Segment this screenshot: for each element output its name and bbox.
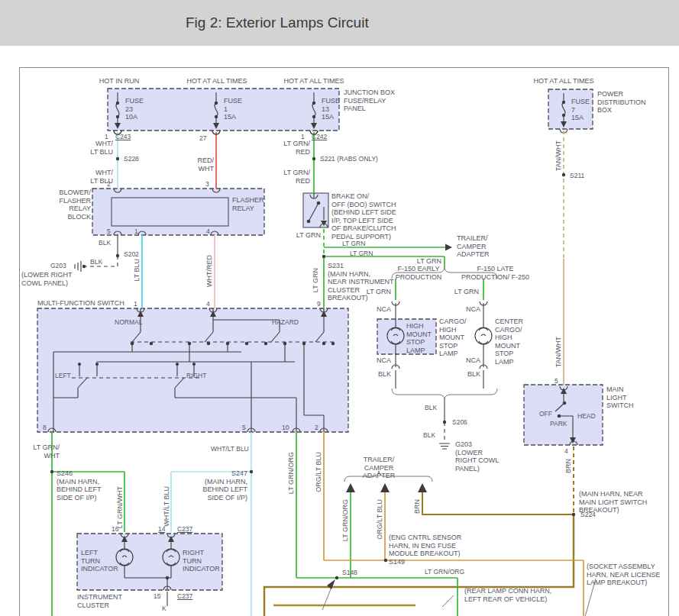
label-trailer-adapter-bottom: TRAILER/ CAMPER ADAPTER (360, 456, 398, 480)
label-hot-at-all-times-3: HOT AT ALL TIMES (533, 77, 594, 85)
label-hazard: HAZARD (272, 318, 299, 326)
pin-relay-4: 4 (206, 227, 210, 235)
label-s206: S206 (452, 418, 467, 426)
trailer-arrow-right (445, 244, 452, 251)
figure-title-bar: Fig 2: Exterior Lamps Circuit (0, 0, 679, 46)
pin-relay-2: 2 (107, 180, 111, 188)
multi-function-switch-box (37, 308, 348, 432)
label-left-turn-indicator: LEFT TURN INDICATOR (81, 549, 118, 573)
label-s202: S202 (124, 250, 139, 258)
label-hot-at-all-times-1: HOT AT ALL TIMES (186, 77, 247, 85)
label-blk-relay: BLK (99, 239, 111, 247)
label-tan-wht-top: TAN/WHT (555, 140, 562, 171)
label-wht-lt-blu-1: WHT/ LT BLU (75, 140, 113, 156)
label-normal: NORMAL (115, 318, 142, 326)
label-s231-block: S231 (MAIN HARN, NEAR INSTRUMENT CLUSTER… (328, 262, 394, 302)
label-org-lt-blu-v2: ORG/LT BLU (376, 499, 383, 540)
label-wht-red: WHT/RED (205, 255, 213, 287)
pin-cluster-15: 15 (154, 592, 160, 600)
label-lt-grn-org-v1: LT GRN/ORG (287, 452, 295, 494)
pin-mfs-8: 8 (43, 424, 47, 431)
label-s224: S224 (580, 511, 596, 518)
label-wht-lt-blu-vertical: WHT/LT BLU (163, 486, 170, 527)
label-high-mount-stop-lamp: HIGH MOUNT STOP LAMP (406, 322, 432, 354)
label-rear-lamp-note: (REAR LAMP CONN HARN, LEFT REAR OF VEHIC… (464, 587, 551, 603)
label-left: LEFT (55, 372, 71, 379)
flasher-relay-box (112, 198, 228, 226)
label-wht-lt-blu-single: WHT/LT BLU (211, 445, 249, 453)
pin-cluster-16: 16 (112, 525, 118, 533)
pointer-rear-lamp (442, 595, 454, 607)
wire-brn-trailer (422, 492, 572, 514)
label-lt-grn-red-2: LT GRN/ RED (272, 169, 310, 185)
brace-converge (392, 389, 497, 400)
label-nca-1: NCA (373, 305, 391, 314)
pin-mfs-10: 10 (282, 424, 289, 431)
label-g203-center: G203 (LOWER RIGHT COWL PANEL) (455, 440, 499, 472)
label-multi-function-switch: MULTI-FUNCTION SWITCH (37, 299, 124, 308)
connector-c237-bottom: C237 (177, 592, 192, 600)
pin-mfs-5: 5 (242, 424, 246, 431)
label-nca-2: NCA (462, 305, 480, 314)
label-tan-wht-mls: TAN/WHT (555, 337, 562, 367)
pin-mls-5: 5 (555, 377, 558, 385)
label-s149-block: (ENG CNTRL SENSOR HARN, IN ENG FUSE MODU… (389, 534, 461, 566)
center-high-mount-stop-lamp-symbol (475, 327, 492, 344)
label-brn-mls: BRN (564, 459, 572, 473)
pin-mfs-4: 4 (206, 300, 210, 308)
label-nca-4: NCA (462, 356, 480, 365)
label-org-lt-blu-v1: ORG/LT BLU (315, 452, 322, 492)
label-trailer-adapter-top: TRAILER/ CAMPER ADAPTER (457, 234, 490, 259)
label-power-distribution-box: POWER DISTRIBUTION BOX (597, 90, 646, 114)
label-head: HEAD (577, 412, 596, 420)
pin-relay-3: 3 (205, 180, 209, 188)
label-lt-grn-stop: LT GRN (350, 250, 373, 257)
label-blk-s206-bot: BLK (423, 431, 435, 439)
label-instrument-cluster: INSTRUMENT CLUSTER (77, 593, 122, 609)
label-hot-in-run: HOT IN RUN (92, 77, 146, 85)
label-lt-grn-org-v2: LT GRN/ORG (341, 499, 349, 541)
label-blower-flasher-relay-block: BLOWER/ FLASHER RELAY BLOCK (47, 189, 91, 221)
label-red-wht: RED/ WHT (176, 156, 214, 173)
pin-cluster-14: 14 (158, 525, 165, 533)
label-lt-grn-branch-l: LT GRN (356, 288, 391, 296)
label-s221: S221 (RABS ONLY) (320, 155, 378, 163)
label-junction-box: JUNCTION BOX FUSE/RELAY PANEL (344, 89, 395, 113)
label-flasher-relay: FLASHER RELAY (232, 196, 264, 212)
label-blk-s206-top: BLK (425, 404, 437, 411)
trailer-arrow-2 (380, 483, 390, 492)
label-boo-switch: BRAKE ON/ OFF (BOO) SWITCH (BEHIND LEFT … (331, 192, 396, 241)
trailer-arrow-3 (418, 483, 427, 492)
label-main-light-switch: MAIN LIGHT SWITCH (606, 385, 634, 410)
pin-27: 27 (199, 134, 206, 142)
label-off: OFF (539, 410, 552, 418)
lamp-bottom-connectors (392, 365, 487, 369)
pin-mfs-2: 2 (315, 424, 318, 431)
label-center-cargo-high-mount: CENTER CARGO/ HIGH MOUNT STOP LAMP (495, 318, 523, 366)
pin-relay-5: 5 (107, 227, 111, 235)
label-right: RIGHT (186, 372, 206, 379)
connector-c242: C242 (312, 133, 327, 140)
label-s246-block: S246 (MAIN HARN, BEHIND LEFT SIDE OF I/P… (57, 469, 102, 502)
label-lower-right-cowl: (LOWER RIGHT COWL PANEL) (21, 271, 73, 287)
label-right-turn-indicator: RIGHT TURN INDICATOR (183, 549, 220, 573)
trailer-arrow-1 (346, 483, 355, 492)
label-lt-grn-red-1: LT GRN/ RED (272, 140, 310, 156)
label-s148: S148 (342, 569, 357, 576)
label-f150-early: F-150 EARLY PRODUCTION (388, 265, 449, 281)
label-s228: S228 (124, 155, 139, 163)
figure-title: Fig 2: Exterior Lamps Circuit (186, 0, 369, 46)
ground-symbol-g203-center (439, 443, 450, 449)
label-f150-late: F-150 LATE PRODUCTION/ F-250 (459, 265, 532, 281)
label-blk-branch-r: BLK (462, 370, 480, 379)
connector-c243: C243 (115, 133, 131, 140)
label-fuse-1: FUSE 1 15A (224, 97, 242, 121)
label-lt-grn-boo: LT GRN (292, 231, 321, 240)
label-blk-branch-l: BLK (373, 370, 391, 379)
label-lt-grn-trailer: LT GRN (342, 240, 365, 247)
pin-mls-4: 4 (564, 447, 568, 455)
label-g203-left: G203 (50, 262, 66, 269)
pin-mfs-1: 1 (134, 300, 137, 308)
label-lt-grn-org-h: LT GRN/ORG (425, 568, 464, 576)
label-s247-block: S247 (MAIN HARN, BEHIND LEFT SIDE OF I/P… (194, 469, 247, 502)
